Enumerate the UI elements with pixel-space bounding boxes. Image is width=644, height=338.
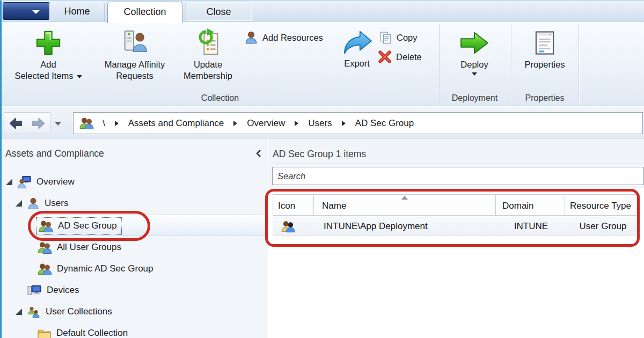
user-group-icon bbox=[38, 219, 53, 233]
tree-item-user-collections[interactable]: User Collections bbox=[16, 302, 112, 322]
window-frame-left bbox=[0, 0, 2, 338]
overview-icon bbox=[17, 175, 32, 189]
tree-item-label: Default Collection bbox=[56, 328, 128, 338]
user-collections-icon bbox=[27, 305, 41, 319]
tab-close[interactable]: Close bbox=[185, 2, 252, 21]
results-title: AD Sec Group 1 items bbox=[273, 149, 366, 160]
properties-window-icon bbox=[531, 27, 558, 58]
button-label: Membership bbox=[184, 71, 232, 81]
button-label: Export bbox=[344, 58, 370, 69]
breadcrumb-separator-icon bbox=[295, 121, 298, 126]
button-label: Add bbox=[40, 60, 56, 69]
window-frame-top bbox=[0, 0, 644, 1]
table-row[interactable]: INTUNE\App Deployment INTUNE User Group bbox=[273, 217, 640, 236]
button-label: Add Resources bbox=[262, 33, 323, 43]
tree-item-label: Devices bbox=[47, 285, 79, 296]
add-selected-items-button[interactable]: Add Selected Items bbox=[8, 27, 89, 81]
add-resources-button[interactable]: Add Resources bbox=[244, 31, 323, 45]
update-membership-button[interactable]: Update Membership bbox=[174, 27, 241, 81]
column-header-icon[interactable]: Icon bbox=[273, 194, 314, 216]
delete-button[interactable]: Delete bbox=[378, 50, 422, 64]
navigation-bar: \ Assets and Compliance Overview Users A… bbox=[2, 107, 644, 138]
column-header-domain[interactable]: Domain bbox=[496, 194, 565, 216]
forward-arrow-icon bbox=[30, 115, 48, 131]
row-domain: INTUNE bbox=[496, 217, 566, 236]
application-menu-button[interactable] bbox=[3, 2, 50, 20]
back-button[interactable] bbox=[4, 112, 27, 134]
tree-item-default-collection[interactable]: Default Collection bbox=[37, 323, 128, 338]
folder-icon bbox=[37, 327, 52, 338]
ribbon-group-separator bbox=[511, 24, 511, 104]
breadcrumb-separator-icon bbox=[342, 121, 346, 126]
tab-home[interactable]: Home bbox=[49, 2, 105, 21]
column-header-resource-type[interactable]: Resource Type bbox=[565, 194, 640, 216]
tree-selected-focus: AD Sec Group bbox=[36, 217, 122, 235]
copy-button[interactable]: Copy bbox=[379, 31, 418, 45]
deploy-button[interactable]: Deploy bbox=[449, 27, 500, 76]
results-pane: AD Sec Group 1 items Icon Name Domain Re… bbox=[268, 138, 644, 338]
users-icon bbox=[79, 116, 94, 130]
export-arrow-icon bbox=[340, 28, 374, 57]
breadcrumb-root[interactable]: \ bbox=[103, 118, 105, 129]
chevron-down-icon bbox=[77, 75, 82, 78]
ribbon-group-separator bbox=[439, 24, 440, 104]
breadcrumb-item-overview[interactable]: Overview bbox=[247, 118, 285, 129]
tree-expander-icon[interactable] bbox=[16, 308, 22, 315]
tree-expander-icon[interactable] bbox=[6, 179, 12, 185]
user-icon bbox=[244, 31, 258, 45]
user-icon bbox=[27, 197, 40, 210]
deploy-arrow-icon bbox=[459, 27, 490, 58]
sort-ascending-icon bbox=[401, 196, 408, 200]
ribbon-group-deployment: Deployment bbox=[439, 93, 510, 103]
manage-affinity-requests-button[interactable]: Manage Affinity Requests bbox=[92, 27, 178, 81]
ribbon: Add Selected Items Manage Affinity Reque… bbox=[2, 21, 644, 106]
breadcrumb-separator-icon bbox=[115, 121, 119, 126]
back-arrow-icon bbox=[6, 115, 25, 131]
search-box bbox=[272, 167, 644, 185]
button-label: Requests bbox=[116, 71, 153, 81]
search-input[interactable] bbox=[273, 167, 643, 185]
ribbon-group-collection: Collection bbox=[2, 93, 438, 103]
ribbon-group-separator bbox=[579, 24, 579, 104]
properties-button[interactable]: Properties bbox=[518, 27, 572, 70]
button-label: Deploy bbox=[460, 60, 488, 70]
breadcrumb-item-assets-and-compliance[interactable]: Assets and Compliance bbox=[128, 118, 224, 129]
tree-item-label: User Collections bbox=[46, 306, 112, 317]
breadcrumb-separator-icon bbox=[233, 121, 237, 126]
server-user-icon bbox=[120, 27, 149, 58]
copy-icon bbox=[379, 31, 392, 45]
tree-item-users[interactable]: Users bbox=[16, 193, 68, 214]
row-resource-type: User Group bbox=[566, 217, 640, 236]
row-name: INTUNE\App Deployment bbox=[324, 217, 428, 236]
breadcrumb-item-ad-sec-group[interactable]: AD Sec Group bbox=[355, 118, 414, 129]
tree-item-label: All User Groups bbox=[57, 242, 121, 253]
user-group-icon bbox=[37, 262, 52, 276]
chevron-down-icon bbox=[472, 72, 477, 76]
button-label: Delete bbox=[396, 52, 422, 62]
tree-item-all-user-groups[interactable]: All User Groups bbox=[37, 237, 121, 258]
tree-item-overview[interactable]: Overview bbox=[6, 172, 75, 192]
user-group-icon bbox=[37, 241, 52, 254]
tree-item-label: Dynamic AD Sec Group bbox=[57, 263, 153, 274]
tree-item-label: AD Sec Group bbox=[58, 221, 117, 231]
add-plus-icon bbox=[34, 27, 63, 58]
history-dropdown-icon[interactable] bbox=[55, 122, 61, 126]
tree-item-ad-sec-group[interactable]: AD Sec Group bbox=[36, 216, 122, 236]
chevron-left-icon bbox=[255, 149, 262, 158]
tree-item-dynamic-ad-sec-group[interactable]: Dynamic AD Sec Group bbox=[37, 259, 153, 279]
refresh-list-icon bbox=[194, 27, 223, 58]
breadcrumb: \ Assets and Compliance Overview Users A… bbox=[73, 112, 643, 134]
divider bbox=[268, 164, 644, 164]
ribbon-tab-strip: Home Collection Close bbox=[2, 0, 644, 21]
ribbon-group-properties: Properties bbox=[510, 93, 579, 103]
tab-collection[interactable]: Collection bbox=[107, 2, 182, 23]
tree-item-label: Users bbox=[45, 198, 68, 209]
tree-expander-icon[interactable] bbox=[16, 200, 22, 207]
forward-button[interactable] bbox=[27, 112, 50, 134]
button-label: Update bbox=[194, 60, 222, 70]
tree-item-devices[interactable]: Devices bbox=[16, 280, 79, 300]
collapse-pane-button[interactable] bbox=[255, 149, 264, 158]
tree-item-label: Overview bbox=[36, 177, 75, 187]
pane-title: Assets and Compliance bbox=[5, 148, 104, 159]
breadcrumb-item-users[interactable]: Users bbox=[308, 118, 332, 129]
